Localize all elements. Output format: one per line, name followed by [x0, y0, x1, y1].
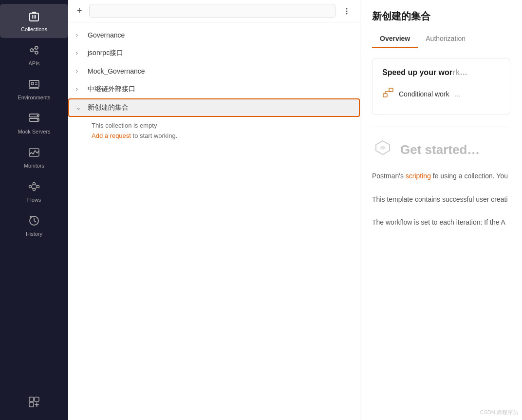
collections-list: › Governance › jsonrpc接口 › Mock_Governan…	[68, 22, 360, 420]
collection-title: 新创建的集合	[372, 10, 510, 23]
svg-point-3	[35, 51, 38, 54]
collection-name: 中继链外部接口	[88, 85, 135, 94]
sidebar-item-apis[interactable]: APIs	[0, 38, 68, 72]
svg-line-22	[36, 185, 37, 187]
divider	[372, 127, 510, 127]
get-started-para3: The workflow is set to each iteration: I…	[372, 217, 510, 229]
mock-servers-icon	[28, 112, 40, 127]
chevron-down-icon: ⌄	[76, 104, 84, 111]
right-panel: 新创建的集合 Overview Authorization Speed up y…	[360, 0, 522, 420]
sidebar-item-history-label: History	[26, 231, 42, 237]
svg-rect-26	[35, 397, 39, 401]
svg-point-1	[30, 49, 33, 52]
get-started-para2: This template contains successful user c…	[372, 194, 510, 206]
sidebar-nav: Collections APIs Environments	[0, 0, 68, 420]
sidebar-item-apis-label: APIs	[28, 60, 39, 66]
sidebar-item-environments[interactable]: Environments	[0, 72, 68, 106]
svg-point-32	[346, 13, 348, 14]
chevron-right-icon: ›	[76, 32, 84, 38]
apis-icon	[28, 44, 40, 58]
flows-icon	[28, 180, 40, 195]
add-request-link[interactable]: Add a request	[92, 132, 131, 139]
collections-panel: + › Governance › jsonrpc接口 › Mock_Govern…	[68, 0, 360, 420]
empty-message: This collection is empty	[92, 121, 352, 131]
collection-item-mock-governance[interactable]: › Mock_Governance	[68, 62, 360, 80]
add-collection-button[interactable]: +	[74, 4, 85, 18]
svg-point-30	[346, 8, 348, 9]
collection-item-jsonrpc[interactable]: › jsonrpc接口	[68, 44, 360, 62]
collection-name: Mock_Governance	[88, 67, 145, 75]
collection-item-governance[interactable]: › Governance	[68, 26, 360, 44]
conditional-work-text: Conditional work	[399, 90, 449, 98]
sidebar-item-mock-servers-label: Mock Servers	[18, 129, 50, 134]
postman-icon	[372, 137, 393, 163]
tab-authorization[interactable]: Authorization	[418, 31, 473, 48]
sidebar-item-collections-label: Collections	[21, 26, 47, 32]
collection-name: Governance	[88, 31, 125, 39]
right-panel-body: Speed up your worrk… Conditional work …	[360, 48, 522, 420]
sidebar-item-monitors-label: Monitors	[24, 163, 44, 169]
sidebar-item-monitors[interactable]: Monitors	[0, 140, 68, 174]
svg-point-31	[346, 10, 348, 12]
speed-card-item-conditional[interactable]: Conditional work …	[382, 83, 500, 105]
tab-overview[interactable]: Overview	[372, 31, 418, 48]
sidebar-item-mock-servers[interactable]: Mock Servers	[0, 106, 68, 140]
svg-line-20	[32, 185, 33, 187]
scripting-link[interactable]: scripting	[406, 172, 431, 180]
collection-name: jsonrpc接口	[88, 49, 123, 57]
svg-line-23	[36, 187, 37, 189]
monitors-icon	[28, 146, 40, 161]
svg-rect-8	[31, 82, 34, 85]
svg-point-2	[35, 46, 38, 49]
get-started-section: Get started… Postman's scripting fe usin…	[372, 137, 510, 229]
sidebar-item-flows-label: Flows	[27, 197, 41, 203]
collection-item-zhongji[interactable]: › 中继链外部接口	[68, 80, 360, 98]
sidebar-item-collections[interactable]: Collections	[0, 4, 68, 38]
svg-point-17	[33, 183, 36, 185]
svg-point-18	[33, 189, 36, 191]
get-started-para1: Postman's scripting fe using a collectio…	[372, 171, 510, 182]
conditional-icon	[382, 87, 394, 101]
collections-icon	[28, 10, 40, 24]
sidebar-item-history[interactable]: History	[0, 209, 68, 243]
right-panel-header: 新创建的集合 Overview Authorization	[360, 0, 522, 48]
svg-rect-34	[389, 88, 393, 92]
speed-card: Speed up your worrk… Conditional work …	[372, 58, 510, 115]
filter-input[interactable]	[89, 4, 336, 18]
sidebar-item-add-new[interactable]	[0, 390, 68, 416]
chevron-right-icon: ›	[76, 68, 84, 75]
svg-line-5	[33, 51, 35, 52]
more-options-button[interactable]	[339, 5, 354, 18]
svg-line-4	[33, 48, 35, 50]
collection-empty-state: This collection is empty Add a request t…	[68, 117, 360, 145]
tabs-row: Overview Authorization	[372, 31, 510, 48]
get-started-header: Get started…	[372, 137, 510, 163]
svg-rect-27	[29, 402, 34, 407]
environments-icon	[28, 78, 40, 93]
svg-line-21	[32, 187, 33, 189]
collections-toolbar: +	[68, 0, 360, 22]
svg-rect-33	[383, 94, 387, 97]
collection-item-new-collection[interactable]: ⌄ 新创建的集合	[68, 98, 360, 117]
svg-rect-25	[29, 397, 34, 401]
svg-point-19	[37, 186, 39, 188]
chevron-right-icon: ›	[76, 50, 84, 57]
get-started-body: Postman's scripting fe using a collectio…	[372, 171, 510, 229]
svg-point-13	[37, 115, 38, 116]
add-new-icon	[28, 396, 40, 410]
svg-point-14	[37, 119, 38, 121]
sidebar-item-flows[interactable]: Flows	[0, 174, 68, 209]
add-request-row: Add a request to start working.	[92, 131, 352, 141]
collection-name: 新创建的集合	[88, 103, 129, 112]
history-icon	[28, 214, 40, 229]
sidebar-item-environments-label: Environments	[18, 95, 50, 100]
speed-card-title: Speed up your worrk…	[382, 68, 500, 77]
svg-point-16	[29, 186, 32, 188]
get-started-title: Get started…	[400, 142, 480, 157]
watermark: CSDN @程序员	[480, 409, 518, 416]
add-request-suffix: to start working.	[131, 132, 177, 139]
chevron-right-icon: ›	[76, 86, 84, 93]
svg-rect-6	[29, 80, 39, 87]
